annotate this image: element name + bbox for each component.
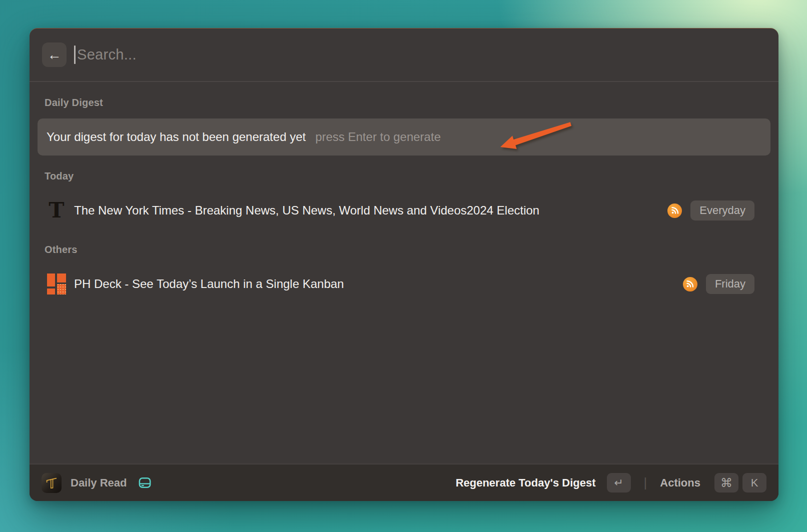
- digest-row-hint: press Enter to generate: [315, 130, 441, 144]
- rss-icon: [667, 204, 682, 218]
- drive-icon: [137, 475, 153, 490]
- schedule-badge: Friday: [706, 274, 754, 294]
- nyt-feed-row[interactable]: T The New York Times - Breaking News, US…: [38, 192, 770, 229]
- schedule-badge: Everyday: [690, 200, 754, 220]
- search-input[interactable]: Search...: [77, 46, 137, 63]
- enter-key-icon: ↵: [607, 473, 631, 492]
- results-list: Daily Digest Your digest for today has n…: [30, 82, 778, 302]
- phdeck-feed-row[interactable]: PH Deck - See Today’s Launch in a Single…: [38, 266, 770, 302]
- actions-label: Actions: [660, 476, 700, 490]
- footer-bar: Daily Read Regenerate Today's Digest ↵ |…: [30, 464, 778, 501]
- daily-read-logo-icon: [42, 473, 62, 493]
- section-today: Today: [45, 170, 770, 182]
- rss-icon: [683, 277, 697, 292]
- back-arrow-icon: ←: [48, 47, 62, 63]
- digest-row-title: Your digest for today has not been gener…: [47, 130, 306, 144]
- launcher-window: ← Search... Daily Digest Your digest for…: [30, 28, 778, 501]
- k-key-icon: K: [742, 473, 766, 492]
- regenerate-digest-label: Regenerate Today's Digest: [456, 476, 596, 490]
- phdeck-feed-title: PH Deck - See Today’s Launch in a Single…: [74, 277, 344, 291]
- footer-separator: |: [644, 475, 647, 490]
- app-name: Daily Read: [71, 476, 127, 490]
- section-daily-digest: Daily Digest: [45, 97, 770, 108]
- footer-actions: Regenerate Today's Digest ↵ | Actions ⌘ …: [456, 473, 766, 492]
- regenerate-digest-button[interactable]: Regenerate Today's Digest ↵: [456, 473, 631, 492]
- back-button[interactable]: ←: [42, 42, 67, 67]
- cmd-key-icon: ⌘: [714, 473, 738, 492]
- text-cursor: [74, 46, 76, 64]
- search-bar: ← Search...: [30, 28, 778, 82]
- nyt-feed-title: The New York Times - Breaking News, US N…: [74, 204, 539, 218]
- nyt-logo-icon: T: [47, 200, 67, 222]
- digest-row[interactable]: Your digest for today has not been gener…: [38, 118, 770, 156]
- section-others: Others: [45, 244, 770, 256]
- actions-button[interactable]: Actions ⌘ K: [660, 473, 766, 492]
- phdeck-kanban-icon: [47, 273, 67, 295]
